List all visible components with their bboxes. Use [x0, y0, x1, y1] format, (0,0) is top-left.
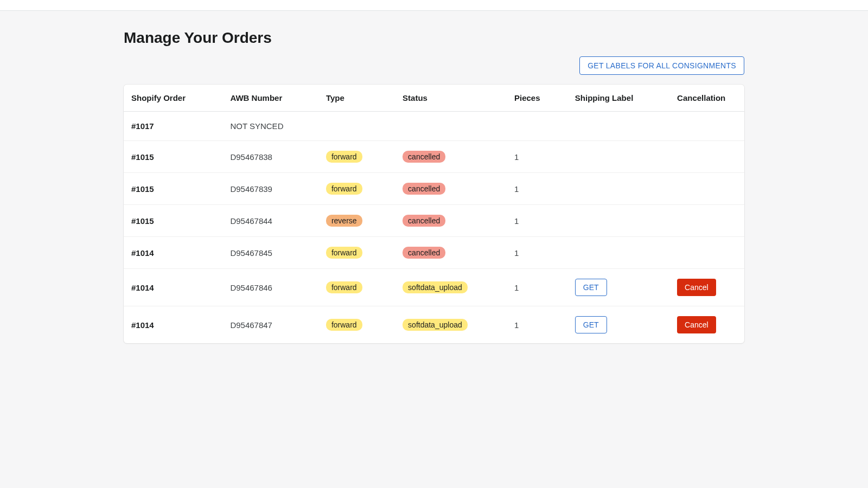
- cancel-button[interactable]: Cancel: [677, 279, 716, 296]
- cell-shipping-label: [567, 173, 669, 205]
- get-all-labels-button[interactable]: GET LABELS FOR ALL CONSIGNMENTS: [579, 56, 744, 75]
- cell-cancellation: [669, 205, 744, 237]
- table-row: #1014D95467845forwardcancelled1: [124, 237, 744, 269]
- cell-shipping-label: [567, 205, 669, 237]
- type-badge: forward: [326, 319, 362, 331]
- status-badge: cancelled: [403, 247, 445, 259]
- cell-status: softdata_upload: [395, 269, 507, 306]
- page-content: Manage Your Orders GET LABELS FOR ALL CO…: [0, 11, 868, 343]
- table-row: #1014D95467847forwardsoftdata_upload1GET…: [124, 306, 744, 344]
- cell-type: forward: [318, 269, 395, 306]
- col-header-cancel: Cancellation: [669, 85, 744, 112]
- cell-order-id: #1014: [124, 269, 222, 306]
- page-title: Manage Your Orders: [124, 29, 744, 47]
- type-badge: forward: [326, 281, 362, 293]
- cell-order-id: #1017: [124, 112, 222, 141]
- cell-type: forward: [318, 173, 395, 205]
- cell-awb: D95467839: [222, 173, 318, 205]
- table-row: #1015D95467844reversecancelled1: [124, 205, 744, 237]
- cell-pieces: 1: [507, 237, 567, 269]
- cell-pieces: [507, 112, 567, 141]
- cell-type: reverse: [318, 205, 395, 237]
- cell-awb: D95467844: [222, 205, 318, 237]
- cell-order-id: #1015: [124, 141, 222, 173]
- type-badge: reverse: [326, 215, 362, 227]
- orders-table: Shopify Order AWB Number Type Status Pie…: [124, 85, 744, 343]
- col-header-order: Shopify Order: [124, 85, 222, 112]
- orders-card: Shopify Order AWB Number Type Status Pie…: [124, 85, 744, 343]
- cancel-button[interactable]: Cancel: [677, 316, 716, 333]
- cell-pieces: 1: [507, 173, 567, 205]
- cell-awb: D95467838: [222, 141, 318, 173]
- table-row: #1015D95467839forwardcancelled1: [124, 173, 744, 205]
- cell-cancellation: [669, 173, 744, 205]
- status-badge: cancelled: [403, 215, 445, 227]
- top-bar: [0, 0, 868, 11]
- table-row: #1017NOT SYNCED: [124, 112, 744, 141]
- col-header-status: Status: [395, 85, 507, 112]
- col-header-awb: AWB Number: [222, 85, 318, 112]
- type-badge: forward: [326, 247, 362, 259]
- type-badge: forward: [326, 183, 362, 195]
- table-row: #1014D95467846forwardsoftdata_upload1GET…: [124, 269, 744, 306]
- type-badge: forward: [326, 151, 362, 163]
- cell-status: cancelled: [395, 173, 507, 205]
- cell-status: cancelled: [395, 205, 507, 237]
- toolbar: GET LABELS FOR ALL CONSIGNMENTS: [124, 56, 744, 75]
- table-row: #1015D95467838forwardcancelled1: [124, 141, 744, 173]
- cell-pieces: 1: [507, 306, 567, 344]
- col-header-pieces: Pieces: [507, 85, 567, 112]
- table-header-row: Shopify Order AWB Number Type Status Pie…: [124, 85, 744, 112]
- status-badge: cancelled: [403, 183, 445, 195]
- cell-status: cancelled: [395, 237, 507, 269]
- cell-pieces: 1: [507, 141, 567, 173]
- col-header-label: Shipping Label: [567, 85, 669, 112]
- cell-order-id: #1014: [124, 237, 222, 269]
- cell-status: cancelled: [395, 141, 507, 173]
- cell-cancellation: [669, 237, 744, 269]
- cell-shipping-label: [567, 237, 669, 269]
- cell-awb: D95467845: [222, 237, 318, 269]
- col-header-type: Type: [318, 85, 395, 112]
- cell-cancellation: [669, 112, 744, 141]
- cell-shipping-label: [567, 112, 669, 141]
- cell-type: [318, 112, 395, 141]
- get-label-button[interactable]: GET: [575, 316, 607, 333]
- cell-status: [395, 112, 507, 141]
- cell-order-id: #1015: [124, 173, 222, 205]
- cell-pieces: 1: [507, 205, 567, 237]
- cell-cancellation: [669, 141, 744, 173]
- cell-status: softdata_upload: [395, 306, 507, 344]
- cell-shipping-label: [567, 141, 669, 173]
- cell-shipping-label: GET: [567, 269, 669, 306]
- cell-awb: D95467846: [222, 269, 318, 306]
- cell-type: forward: [318, 141, 395, 173]
- cell-type: forward: [318, 237, 395, 269]
- cell-awb: D95467847: [222, 306, 318, 344]
- cell-type: forward: [318, 306, 395, 344]
- cell-cancellation: Cancel: [669, 306, 744, 344]
- status-badge: softdata_upload: [403, 281, 468, 293]
- cell-order-id: #1015: [124, 205, 222, 237]
- cell-awb: NOT SYNCED: [222, 112, 318, 141]
- cell-order-id: #1014: [124, 306, 222, 344]
- status-badge: softdata_upload: [403, 319, 468, 331]
- cell-pieces: 1: [507, 269, 567, 306]
- status-badge: cancelled: [403, 151, 445, 163]
- cell-shipping-label: GET: [567, 306, 669, 344]
- get-label-button[interactable]: GET: [575, 279, 607, 296]
- cell-cancellation: Cancel: [669, 269, 744, 306]
